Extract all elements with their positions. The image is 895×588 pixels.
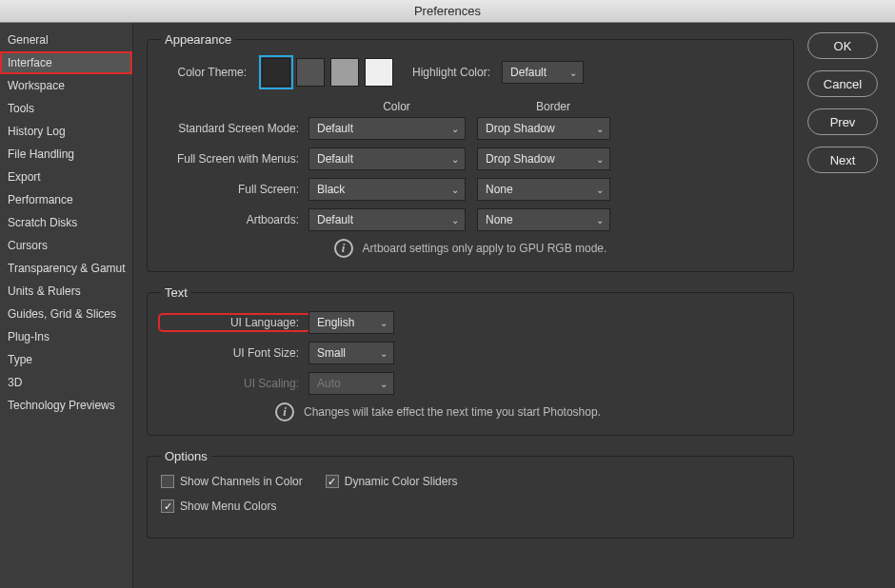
ui-font-size-label: UI Font Size: [161,346,308,360]
color-theme-swatch-darkest[interactable] [262,58,290,87]
ui-language-select[interactable]: English⌄ [308,311,394,334]
sidebar-item-units-rulers[interactable]: Units & Rulers [0,280,132,303]
ui-scaling-label: UI Scaling: [161,377,308,390]
select-value: Auto [317,377,341,390]
chevron-down-icon: ⌄ [451,185,459,195]
sidebar-item-3d[interactable]: 3D [0,371,132,394]
sidebar-item-file-handling[interactable]: File Handling [0,143,132,166]
select-value: Default [317,213,353,226]
select-value: Default [317,152,353,166]
sidebar-item-workspace[interactable]: Workspace [0,74,132,97]
chevron-down-icon: ⌄ [451,215,459,225]
options-panel: Options Show Channels in Color ✓ Dynamic… [147,449,794,539]
grid-header-border: Border [487,100,620,113]
highlight-color-label: Highlight Color: [412,66,490,79]
full-screen-menus-label: Full Screen with Menus: [161,152,308,166]
checkbox-label: Show Menu Colors [180,500,276,513]
sidebar-item-export[interactable]: Export [0,166,132,188]
standard-screen-mode-border-select[interactable]: Drop Shadow⌄ [477,117,610,140]
sidebar-item-guides-grid-slices[interactable]: Guides, Grid & Slices [0,303,132,325]
next-button[interactable]: Next [807,147,878,173]
text-info-text: Changes will take effect the next time y… [304,405,601,419]
info-icon: i [275,402,294,421]
color-theme-swatch-light[interactable] [330,58,359,87]
chevron-down-icon: ⌄ [596,215,604,225]
select-value: English [317,316,354,329]
full-screen-color-select[interactable]: Black⌄ [308,178,466,201]
appearance-legend: Appearance [161,32,235,47]
select-value: Black [317,183,345,196]
full-screen-menus-border-select[interactable]: Drop Shadow⌄ [477,147,610,170]
highlight-color-value: Default [510,66,547,79]
full-screen-border-select[interactable]: None⌄ [477,178,610,201]
prev-button[interactable]: Prev [807,108,878,135]
content-area: Appearance Color Theme: Highlight Color:… [133,23,807,588]
select-value: None [486,183,513,196]
color-theme-swatch-dark[interactable] [296,58,325,87]
full-screen-label: Full Screen: [161,183,308,196]
color-theme-label: Color Theme: [161,66,256,79]
chevron-down-icon: ⌄ [596,124,604,134]
dialog-buttons: OK Cancel Prev Next [807,23,895,588]
category-sidebar: General Interface Workspace Tools Histor… [0,23,133,588]
highlight-color-select[interactable]: Default ⌄ [502,61,584,84]
standard-screen-mode-label: Standard Screen Mode: [161,122,308,135]
show-menu-colors-checkbox[interactable]: ✓ Show Menu Colors [161,500,276,513]
sidebar-item-transparency-gamut[interactable]: Transparency & Gamut [0,257,132,280]
dynamic-color-sliders-checkbox[interactable]: ✓ Dynamic Color Sliders [326,475,458,488]
text-panel: Text UI Language: English⌄ UI Font Size:… [147,285,794,436]
checkbox-icon [161,475,174,488]
select-value: Default [317,122,353,135]
sidebar-item-scratch-disks[interactable]: Scratch Disks [0,211,132,234]
checkbox-label: Show Channels in Color [180,475,303,488]
sidebar-item-interface[interactable]: Interface [0,51,132,74]
text-legend: Text [161,285,191,300]
select-value: Drop Shadow [486,152,555,166]
chevron-down-icon: ⌄ [569,68,577,78]
appearance-panel: Appearance Color Theme: Highlight Color:… [147,32,794,272]
chevron-down-icon: ⌄ [451,154,459,165]
checkbox-icon: ✓ [161,500,174,513]
artboards-border-select[interactable]: None⌄ [477,208,610,231]
chevron-down-icon: ⌄ [451,124,459,134]
show-channels-in-color-checkbox[interactable]: Show Channels in Color [161,475,303,488]
chevron-down-icon: ⌄ [380,318,388,328]
artboards-color-select[interactable]: Default⌄ [308,208,466,231]
window-title: Preferences [0,0,895,23]
sidebar-item-technology-previews[interactable]: Technology Previews [0,394,132,417]
chevron-down-icon: ⌄ [380,379,388,389]
sidebar-item-tools[interactable]: Tools [0,97,132,120]
checkbox-icon: ✓ [326,475,339,488]
select-value: Small [317,346,346,360]
main-area: General Interface Workspace Tools Histor… [0,23,895,588]
chevron-down-icon: ⌄ [380,348,388,359]
info-icon: i [334,239,353,258]
ui-scaling-select: Auto⌄ [308,372,394,395]
sidebar-item-type[interactable]: Type [0,348,132,371]
artboards-label: Artboards: [161,213,308,226]
full-screen-menus-color-select[interactable]: Default⌄ [308,147,466,170]
ui-font-size-select[interactable]: Small⌄ [308,342,394,364]
select-value: Drop Shadow [486,122,555,135]
standard-screen-mode-color-select[interactable]: Default⌄ [308,117,466,140]
sidebar-item-cursors[interactable]: Cursors [0,234,132,257]
ui-language-label: UI Language: [161,316,308,329]
sidebar-item-plug-ins[interactable]: Plug-Ins [0,325,132,348]
ok-button[interactable]: OK [807,32,878,59]
options-legend: Options [161,449,211,463]
checkbox-label: Dynamic Color Sliders [345,475,458,488]
sidebar-item-performance[interactable]: Performance [0,188,132,211]
sidebar-item-history-log[interactable]: History Log [0,120,132,143]
chevron-down-icon: ⌄ [596,154,604,165]
grid-header-color: Color [318,100,475,113]
select-value: None [486,213,513,226]
sidebar-item-general[interactable]: General [0,29,132,51]
artboard-info-text: Artboard settings only apply to GPU RGB … [363,242,607,255]
chevron-down-icon: ⌄ [596,185,604,195]
color-theme-swatch-lightest[interactable] [365,58,393,87]
cancel-button[interactable]: Cancel [807,70,878,97]
